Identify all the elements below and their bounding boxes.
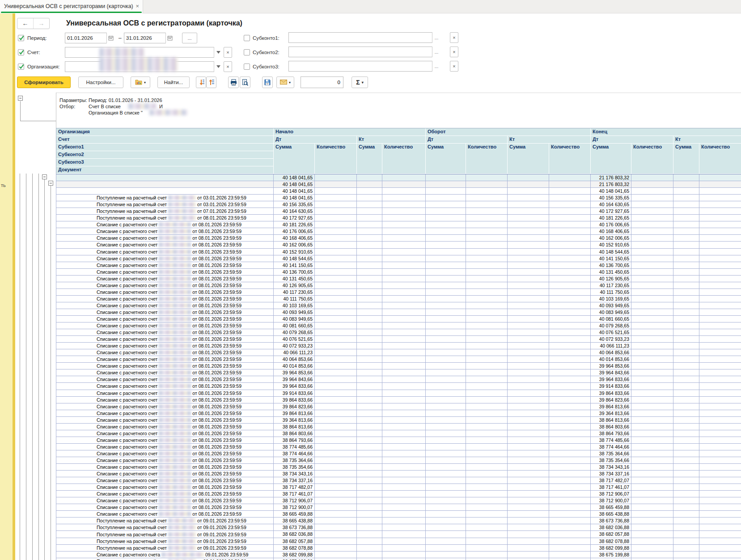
cell-empty[interactable] [315, 343, 357, 349]
cell-empty[interactable] [673, 363, 699, 369]
header-5[interactable]: Субконто3 [56, 159, 274, 166]
cell-empty[interactable] [549, 369, 591, 376]
cell-empty[interactable] [357, 504, 382, 510]
cell-empty[interactable] [549, 228, 591, 234]
find-button[interactable]: Найти... [157, 76, 190, 88]
cell-empty[interactable] [466, 471, 508, 477]
cell-empty[interactable] [382, 376, 426, 382]
cell-empty[interactable] [673, 282, 699, 288]
cell-empty[interactable] [673, 518, 699, 524]
collapse-columns-button[interactable] [18, 96, 23, 101]
cell-begin-dt-sum[interactable]: 40 083 949,65 [274, 316, 315, 322]
cell-empty[interactable] [315, 457, 357, 463]
cell-empty[interactable] [466, 524, 508, 530]
cell-end-dt-sum[interactable]: 38 673 736,88 [591, 518, 631, 524]
cell-empty[interactable] [631, 504, 673, 510]
cell-empty[interactable] [508, 276, 549, 282]
cell-empty[interactable] [673, 538, 699, 544]
forward-button[interactable]: → [34, 18, 49, 29]
cell-empty[interactable] [549, 457, 591, 463]
cell-end-dt-sum[interactable]: 40 083 949,65 [591, 309, 631, 315]
subconto3-clear-button[interactable]: × [450, 61, 458, 72]
cell-begin-dt-sum[interactable]: 38 717 482,07 [274, 484, 315, 490]
cell-empty[interactable] [631, 302, 673, 309]
cell-empty[interactable] [466, 558, 508, 560]
cell-begin-dt-sum[interactable]: 40 126 905,65 [274, 282, 315, 288]
cell-document[interactable]: Поступление на расчетный счетот 08.01.20… [56, 215, 274, 221]
cell-empty[interactable] [466, 430, 508, 437]
cell-empty[interactable] [699, 464, 741, 470]
cell-document[interactable]: Списание с расчетного счетот 08.01.2026 … [56, 383, 274, 389]
cell-empty[interactable] [699, 309, 741, 315]
cell-empty[interactable] [382, 484, 426, 490]
cell-empty[interactable] [699, 511, 741, 517]
cell-empty[interactable] [508, 181, 549, 187]
cell-empty[interactable] [631, 356, 673, 362]
cell-empty[interactable] [673, 349, 699, 356]
cell-document[interactable]: Списание с расчетного счетот 08.01.2026 … [56, 497, 274, 504]
cell-empty[interactable] [315, 545, 357, 551]
cell-empty[interactable] [508, 316, 549, 322]
cell-empty[interactable] [315, 383, 357, 389]
cell-empty[interactable] [699, 201, 741, 208]
cell-empty[interactable] [631, 444, 673, 450]
cell-empty[interactable] [382, 417, 426, 423]
cell-empty[interactable] [631, 235, 673, 241]
cell-empty[interactable] [673, 424, 699, 430]
cell-empty[interactable] [549, 296, 591, 302]
cell-empty[interactable] [699, 329, 741, 335]
cell-empty[interactable] [382, 235, 426, 241]
cell-empty[interactable] [382, 276, 426, 282]
cell-empty[interactable] [508, 201, 549, 208]
cell-empty[interactable] [426, 491, 466, 497]
cell-empty[interactable] [631, 316, 673, 322]
cell-empty[interactable] [631, 369, 673, 376]
cell-empty[interactable] [631, 410, 673, 416]
cell-empty[interactable] [466, 322, 508, 329]
cell-empty[interactable] [631, 552, 673, 558]
cell-empty[interactable] [315, 289, 357, 295]
cell-empty[interactable] [357, 444, 382, 450]
cell-end-dt-sum[interactable]: 38 712 900,07 [591, 497, 631, 504]
cell-document[interactable]: Списание с расчетного счетот 08.01.2026 … [56, 417, 274, 423]
cell-end-dt-sum[interactable]: 40 148 544,65 [591, 249, 631, 255]
cell-begin-dt-sum[interactable]: 40 136 700,65 [274, 269, 315, 275]
cell-empty[interactable] [466, 477, 508, 484]
cell-empty[interactable] [315, 262, 357, 268]
cell-empty[interactable] [357, 195, 382, 201]
cell-empty[interactable] [631, 221, 673, 228]
cell-empty[interactable] [382, 322, 426, 329]
cell-empty[interactable] [315, 363, 357, 369]
cell-empty[interactable] [508, 262, 549, 268]
cell-empty[interactable] [631, 322, 673, 329]
cell-empty[interactable] [699, 181, 741, 187]
cell-empty[interactable] [315, 430, 357, 437]
cell-empty[interactable] [315, 349, 357, 356]
cell-empty[interactable] [426, 450, 466, 457]
cell-empty[interactable] [631, 390, 673, 396]
cell-empty[interactable] [357, 524, 382, 530]
cell-empty[interactable] [673, 430, 699, 437]
cell-empty[interactable] [357, 208, 382, 214]
cell-empty[interactable] [673, 524, 699, 530]
cell-end-dt-sum[interactable]: 40 081 660,65 [591, 316, 631, 322]
cell-empty[interactable] [549, 356, 591, 362]
cell-empty[interactable] [357, 491, 382, 497]
cell-empty[interactable] [673, 309, 699, 315]
cell-empty[interactable] [466, 289, 508, 295]
cell-end-dt-sum[interactable]: 39 864 823,66 [591, 397, 631, 403]
cell-empty[interactable] [315, 552, 357, 558]
cell-begin-dt-sum[interactable]: 40 131 450,65 [274, 276, 315, 282]
cell-begin-dt-sum[interactable]: 38 734 343,16 [274, 471, 315, 477]
cell-empty[interactable] [382, 397, 426, 403]
cell-empty[interactable] [426, 215, 466, 221]
cell-empty[interactable] [508, 545, 549, 551]
cell-empty[interactable] [357, 545, 382, 551]
subconto3-input[interactable] [288, 61, 440, 72]
cell-empty[interactable] [466, 228, 508, 234]
cell-empty[interactable] [699, 235, 741, 241]
cell-begin-dt-sum[interactable]: 40 014 853,66 [274, 363, 315, 369]
cell-empty[interactable] [357, 552, 382, 558]
cell-empty[interactable] [673, 397, 699, 403]
cell-empty[interactable] [673, 228, 699, 234]
